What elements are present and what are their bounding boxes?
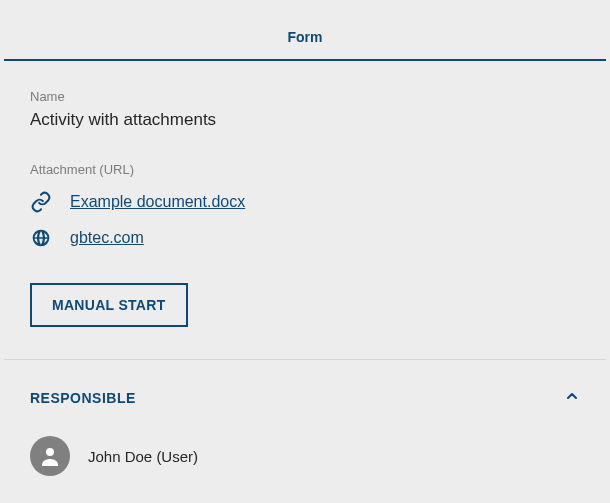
svg-point-0 — [46, 448, 54, 456]
name-field-label: Name — [30, 89, 580, 104]
attachment-link-document[interactable]: Example document.docx — [70, 193, 245, 211]
responsible-user-name: John Doe (User) — [88, 448, 198, 465]
form-body: Name Activity with attachments Attachmen… — [4, 61, 606, 327]
tab-header: Form — [4, 4, 606, 61]
globe-icon — [30, 227, 52, 249]
attachment-row: gbtec.com — [30, 227, 580, 249]
responsible-section-title: RESPONSIBLE — [30, 390, 136, 406]
tab-form[interactable]: Form — [288, 29, 323, 59]
responsible-user-row: John Doe (User) — [4, 424, 606, 496]
attachment-row: Example document.docx — [30, 191, 580, 213]
chevron-up-icon — [564, 388, 580, 408]
manual-start-button[interactable]: MANUAL START — [30, 283, 188, 327]
link-icon — [30, 191, 52, 213]
attachment-link-url[interactable]: gbtec.com — [70, 229, 144, 247]
attachment-list: Example document.docx gbtec.com — [30, 191, 580, 249]
responsible-section-header[interactable]: RESPONSIBLE — [4, 360, 606, 424]
attachment-field-label: Attachment (URL) — [30, 162, 580, 177]
name-field-value: Activity with attachments — [30, 110, 580, 130]
avatar — [30, 436, 70, 476]
